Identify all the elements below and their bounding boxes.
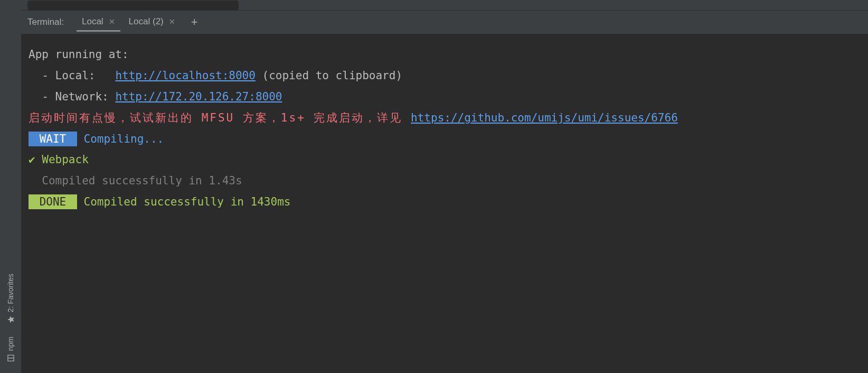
tab-label: Local bbox=[82, 16, 103, 27]
done-message: Compiled successfully in 1430ms bbox=[77, 195, 291, 208]
terminal-line: - Local: http://localhost:8000 (copied t… bbox=[29, 66, 861, 87]
tab-local-2[interactable]: Local (2) ✕ bbox=[124, 13, 181, 32]
terminal-line: Compiled successfully in 1.43s bbox=[29, 171, 861, 192]
compiling-text: Compiling... bbox=[77, 133, 164, 145]
terminal-line: ✔ Webpack bbox=[29, 150, 861, 171]
terminal-tab-bar: Terminal: Local ✕ Local (2) ✕ + bbox=[21, 11, 868, 34]
terminal-line: DONE Compiled successfully in 1430ms bbox=[29, 192, 861, 213]
terminal-line: WAIT Compiling... bbox=[29, 129, 861, 150]
tab-label: Local (2) bbox=[129, 16, 164, 27]
favorites-tool-button[interactable]: 2: Favorites bbox=[4, 267, 17, 330]
local-url-link[interactable]: http://localhost:8000 bbox=[115, 69, 256, 82]
npm-tool-button[interactable]: npm bbox=[4, 330, 17, 369]
close-icon[interactable]: ✕ bbox=[109, 17, 115, 26]
terminal-line: 启动时间有点慢，试试新出的 MFSU 方案，1s+ 完成启动，详见 https:… bbox=[29, 108, 861, 129]
terminal-output[interactable]: App running at: - Local: http://localhos… bbox=[21, 34, 868, 373]
npm-label: npm bbox=[6, 337, 15, 351]
star-icon bbox=[6, 315, 15, 324]
main-panel: Terminal: Local ✕ Local (2) ✕ + App runn… bbox=[21, 0, 868, 373]
close-icon[interactable]: ✕ bbox=[169, 17, 175, 26]
tab-local[interactable]: Local ✕ bbox=[77, 13, 120, 32]
done-badge: DONE bbox=[29, 194, 77, 209]
left-tool-gutter: 2: Favorites npm bbox=[0, 0, 21, 373]
top-strip bbox=[21, 0, 868, 11]
mfsu-message: 启动时间有点慢，试试新出的 MFSU 方案，1s+ 完成启动，详见 bbox=[29, 111, 411, 124]
toolbar-placeholder bbox=[27, 1, 239, 10]
wait-badge: WAIT bbox=[29, 132, 77, 146]
mfsu-url-link[interactable]: https://github.com/umijs/umi/issues/6766 bbox=[411, 111, 678, 124]
npm-icon bbox=[6, 354, 15, 362]
webpack-label: Webpack bbox=[35, 153, 89, 166]
terminal-line: - Network: http://172.20.126.27:8000 bbox=[29, 87, 861, 108]
terminal-title: Terminal: bbox=[27, 17, 64, 27]
terminal-line: App running at: bbox=[29, 44, 861, 66]
favorites-label: 2: Favorites bbox=[6, 274, 15, 312]
check-icon: ✔ bbox=[29, 153, 35, 166]
network-url-link[interactable]: http://172.20.126.27:8000 bbox=[115, 90, 282, 103]
add-tab-button[interactable]: + bbox=[184, 15, 205, 29]
